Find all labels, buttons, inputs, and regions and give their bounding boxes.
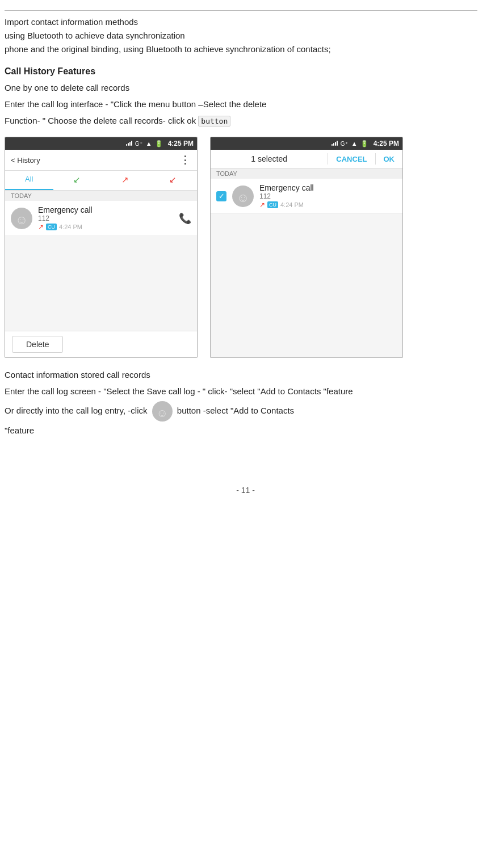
bottom-line2: Enter the call log screen - "Select the … xyxy=(5,385,477,399)
left-phone-screen: G⁺ ▲ 🔋 4:25 PM < History ⋮ All ↙ ↗ xyxy=(5,137,198,358)
wifi-icon: ▲ xyxy=(146,140,152,147)
right-call-number: 112 xyxy=(259,192,397,200)
right-call-info: Emergency call 112 ↗ CU 4:24 PM xyxy=(259,183,397,209)
bottom-line1: Contact information stored call records xyxy=(5,368,477,382)
history-header: < History ⋮ xyxy=(5,150,197,171)
left-phone-icon: 📞 xyxy=(179,212,191,225)
right-missed-icon: ↗ xyxy=(259,201,265,209)
right-signal-label: G⁺ xyxy=(341,141,348,147)
screenshots-row: G⁺ ▲ 🔋 4:25 PM < History ⋮ All ↙ ↗ xyxy=(5,137,477,358)
right-call-entry[interactable]: ✓ ☺ Emergency call 112 ↗ CU 4:24 PM xyxy=(211,179,402,214)
right-battery-icon: 🔋 xyxy=(360,140,368,147)
history-back: < History xyxy=(11,156,40,165)
right-statusbar: G⁺ ▲ 🔋 4:25 PM xyxy=(211,137,402,150)
header-divider2 xyxy=(375,153,376,165)
para1-line1: One by one to delete call records xyxy=(5,81,477,95)
selected-count: 1 selected xyxy=(215,154,323,163)
tab-row: All ↙ ↗ ↙ xyxy=(5,171,197,191)
left-statusbar: G⁺ ▲ 🔋 4:25 PM xyxy=(5,137,197,150)
right-wifi-icon: ▲ xyxy=(351,140,358,147)
left-call-time: 4:24 PM xyxy=(59,224,82,230)
page-content: Import contact information methods using… xyxy=(0,0,491,463)
right-avatar: ☺ xyxy=(232,186,254,207)
right-phone-screen: G⁺ ▲ 🔋 4:25 PM 1 selected CANCEL OK TODA… xyxy=(210,137,403,358)
signal-bars xyxy=(126,140,132,146)
delete-button[interactable]: Delete xyxy=(12,336,63,353)
left-time: 4:25 PM xyxy=(168,140,194,148)
top-border xyxy=(5,10,477,11)
intro-line3: phone and the original binding, using Bl… xyxy=(5,43,477,56)
page-footer: - 11 - xyxy=(0,486,491,502)
page-number: - 11 - xyxy=(236,486,255,495)
tab-missed[interactable]: ↙ xyxy=(149,171,198,190)
tab-outgoing[interactable]: ↗ xyxy=(101,171,149,190)
left-status-icons: G⁺ ▲ 🔋 xyxy=(126,140,163,148)
right-time: 4:25 PM xyxy=(374,140,399,148)
right-call-meta: ↗ CU 4:24 PM xyxy=(259,201,397,209)
intro-line2: using Bluetooth to achieve data synchron… xyxy=(5,29,477,43)
para1-line2: Enter the call log interface - "Click th… xyxy=(5,98,477,112)
battery-icon: 🔋 xyxy=(155,140,163,147)
ok-button[interactable]: OK xyxy=(380,154,398,165)
left-call-info: Emergency call 112 ↗ CU 4:24 PM xyxy=(38,205,173,231)
contact-avatar-inline xyxy=(152,401,173,422)
left-call-entry[interactable]: ☺ Emergency call 112 ↗ CU 4:24 PM 📞 xyxy=(5,201,197,236)
para1-line3-text: Function- " Choose the delete call recor… xyxy=(5,116,198,125)
section-title: Call History Features xyxy=(5,66,477,77)
signal-label: G⁺ xyxy=(135,141,142,147)
tab-all[interactable]: All xyxy=(5,171,53,190)
left-avatar-face: ☺ xyxy=(15,213,28,227)
button-code: button xyxy=(198,116,230,127)
header-divider xyxy=(328,153,328,165)
delete-bar: Delete xyxy=(5,331,197,357)
selected-header: 1 selected CANCEL OK xyxy=(211,150,402,168)
left-today-label: TODAY xyxy=(5,191,197,201)
intro-line1: Import contact information methods xyxy=(5,15,477,29)
bottom-line4: "feature xyxy=(5,424,477,438)
right-today-label: TODAY xyxy=(211,168,402,179)
tab-incoming[interactable]: ↙ xyxy=(53,171,102,190)
right-avatar-face: ☺ xyxy=(237,191,249,205)
left-missed-icon: ↗ xyxy=(38,223,44,231)
call-checkbox[interactable]: ✓ xyxy=(216,191,226,201)
para1-line3: Function- " Choose the delete call recor… xyxy=(5,114,477,128)
bottom-line3-suffix: button -select "Add to Contacts xyxy=(177,406,294,415)
left-call-tag: CU xyxy=(46,224,57,230)
history-more-icon: ⋮ xyxy=(180,154,191,166)
bottom-line3-prefix: Or directly into the call log entry, -cl… xyxy=(5,406,150,415)
intro-text: Import contact information methods using… xyxy=(5,15,477,56)
cancel-button[interactable]: CANCEL xyxy=(333,154,370,165)
bottom-line3: Or directly into the call log entry, -cl… xyxy=(5,401,477,422)
right-signal-bars xyxy=(331,140,338,146)
left-call-meta: ↗ CU 4:24 PM xyxy=(38,223,173,231)
left-avatar: ☺ xyxy=(11,208,32,229)
right-call-tag: CU xyxy=(267,201,278,208)
right-call-name: Emergency call xyxy=(259,183,397,192)
right-status-icons: G⁺ ▲ 🔋 xyxy=(331,140,368,148)
right-call-time: 4:24 PM xyxy=(280,201,304,208)
left-call-name: Emergency call xyxy=(38,205,173,214)
left-call-number: 112 xyxy=(38,214,173,222)
